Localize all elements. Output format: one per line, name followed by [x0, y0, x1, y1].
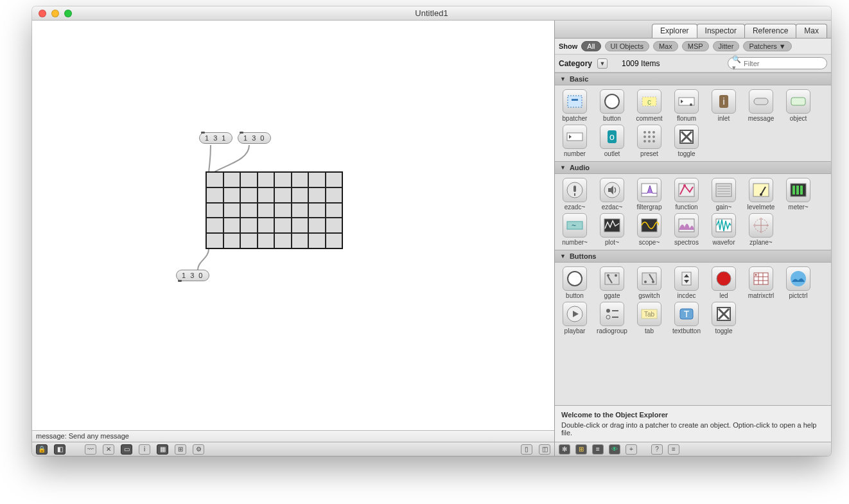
- info-icon[interactable]: i: [139, 444, 150, 455]
- svg-rect-1: [572, 99, 578, 101]
- tab-max[interactable]: Max: [796, 24, 827, 38]
- filter-patchers[interactable]: Patchers ▼: [743, 41, 791, 51]
- obj-radiogroup[interactable]: radiogroup: [595, 302, 629, 335]
- tab-explorer[interactable]: Explorer: [652, 24, 697, 38]
- filter-jitter[interactable]: Jitter: [713, 41, 740, 51]
- obj-plot[interactable]: plot~: [595, 213, 629, 246]
- obj-label: matrixctrl: [744, 292, 778, 299]
- minimize-icon[interactable]: [51, 10, 59, 17]
- lock-icon[interactable]: 🔒: [36, 444, 48, 455]
- obj-comment[interactable]: ccomment: [632, 89, 667, 122]
- obj-label: ggate: [595, 292, 629, 299]
- close-icon[interactable]: [39, 10, 46, 17]
- obj-scope[interactable]: scope~: [632, 213, 667, 246]
- section-header-buttons[interactable]: Buttons: [555, 250, 831, 263]
- svg-point-64: [652, 281, 654, 283]
- lines-icon[interactable]: ≡: [668, 444, 679, 455]
- category-row: Category ▼ 1009 Items 🔍▾: [555, 55, 831, 73]
- obj-label: wavefor: [706, 239, 741, 246]
- section-header-basic[interactable]: Basic: [555, 73, 831, 85]
- obj-number[interactable]: number: [557, 125, 592, 157]
- obj-message[interactable]: message: [744, 89, 778, 122]
- svg-point-7: [690, 103, 692, 106]
- obj-levelmeter[interactable]: levelmete: [744, 178, 778, 211]
- content: 1 3 1 1 3 0 1 3 0: [32, 21, 831, 456]
- obj-label: comment: [632, 115, 667, 122]
- obj-object[interactable]: object: [781, 89, 816, 122]
- zoom-icon[interactable]: [64, 10, 72, 17]
- filter-row: Show All UI Objects Max MSP Jitter Patch…: [555, 39, 831, 55]
- obj-toggle[interactable]: toggle: [669, 125, 704, 157]
- presentation-icon[interactable]: ▭: [121, 444, 132, 455]
- message-box-1[interactable]: 1 3 1: [199, 132, 232, 144]
- obj-waveform[interactable]: wavefor: [706, 213, 741, 246]
- debug-icon[interactable]: ⚙: [193, 444, 204, 455]
- patcher-canvas[interactable]: 1 3 1 1 3 0 1 3 0: [32, 21, 554, 430]
- obj-pictctrl[interactable]: pictctrl: [781, 266, 816, 299]
- split-pane-icon[interactable]: ◫: [539, 444, 550, 455]
- category-dropdown-icon[interactable]: ▼: [597, 58, 608, 69]
- grid-icon[interactable]: ⊞: [175, 444, 186, 455]
- filter-all[interactable]: All: [581, 41, 600, 51]
- obj-gain[interactable]: gain~: [706, 178, 741, 211]
- obj-led[interactable]: led: [706, 266, 741, 299]
- obj-zplane[interactable]: zplane~: [744, 213, 778, 246]
- message-text: 1 3 1: [205, 134, 227, 142]
- matrixctrl-object[interactable]: [206, 171, 343, 249]
- palette-grid-audio: ezadc~ ezdac~ filtergrap function gain~ …: [555, 174, 831, 250]
- single-pane-icon[interactable]: ▯: [521, 444, 532, 455]
- x-icon[interactable]: ✕: [103, 444, 114, 455]
- gear-icon[interactable]: ✻: [559, 444, 570, 455]
- obj-ezdac[interactable]: ezdac~: [595, 178, 629, 211]
- new-object-icon[interactable]: ◧: [54, 444, 66, 455]
- obj-ggate[interactable]: ggate: [595, 266, 629, 299]
- search-field[interactable]: 🔍▾: [728, 57, 827, 69]
- filter-ui-objects[interactable]: UI Objects: [605, 41, 649, 51]
- grid-snap-icon[interactable]: ▦: [157, 444, 168, 455]
- help-icon[interactable]: ?: [651, 444, 663, 455]
- search-input[interactable]: [744, 60, 823, 67]
- obj-ezadc[interactable]: ezadc~: [557, 178, 592, 211]
- obj-gswitch[interactable]: gswitch: [632, 266, 667, 299]
- tab-inspector[interactable]: Inspector: [697, 24, 745, 38]
- obj-spectroscope[interactable]: spectros: [669, 213, 704, 246]
- svg-point-43: [760, 193, 762, 196]
- tab-reference[interactable]: Reference: [744, 24, 796, 38]
- obj-function[interactable]: function: [669, 178, 704, 211]
- obj-preset[interactable]: preset: [632, 125, 667, 157]
- message-box-2[interactable]: 1 3 0: [238, 132, 271, 144]
- textbutton-icon: T: [677, 304, 696, 324]
- obj-playbar[interactable]: playbar: [557, 302, 592, 335]
- plus-icon[interactable]: +: [626, 444, 637, 455]
- obj-tab[interactable]: Tabtab: [632, 302, 667, 335]
- obj-matrixctrl[interactable]: matrixctrl: [744, 266, 778, 299]
- titlebar: Untitled1: [32, 6, 831, 21]
- obj-button[interactable]: button: [595, 89, 629, 122]
- obj-numbertilde[interactable]: ~number~: [557, 213, 592, 246]
- obj-label: toggle: [669, 150, 704, 157]
- obj-meter[interactable]: meter~: [781, 178, 816, 211]
- obj-incdec[interactable]: incdec: [669, 266, 704, 299]
- grid-view-icon[interactable]: ⊞: [575, 444, 587, 455]
- show-label: Show: [559, 42, 577, 50]
- obj-filtergraph[interactable]: filtergrap: [632, 178, 667, 211]
- message-box-3[interactable]: 1 3 0: [176, 270, 209, 281]
- obj-button2[interactable]: button: [557, 266, 592, 299]
- obj-outlet[interactable]: ooutlet: [595, 125, 629, 157]
- patchcord-icon[interactable]: 〰: [85, 444, 96, 455]
- eye-icon[interactable]: 👁: [609, 444, 620, 455]
- obj-label: zplane~: [744, 239, 778, 246]
- obj-inlet[interactable]: iinlet: [706, 89, 741, 122]
- obj-toggle2[interactable]: toggle: [706, 302, 741, 335]
- obj-textbutton[interactable]: Ttextbutton: [669, 302, 704, 335]
- obj-flonum[interactable]: flonum: [669, 89, 704, 122]
- number-icon: [565, 127, 584, 146]
- toggle-icon: [714, 304, 733, 324]
- palette-scroll[interactable]: Basic bpatcher button ccomment flonum ii…: [555, 73, 831, 405]
- obj-label: levelmete: [744, 204, 778, 211]
- obj-bpatcher[interactable]: bpatcher: [557, 89, 592, 122]
- list-view-icon[interactable]: ≡: [592, 444, 604, 455]
- filter-max[interactable]: Max: [653, 41, 678, 51]
- section-header-audio[interactable]: Audio: [555, 161, 831, 174]
- filter-msp[interactable]: MSP: [682, 41, 709, 51]
